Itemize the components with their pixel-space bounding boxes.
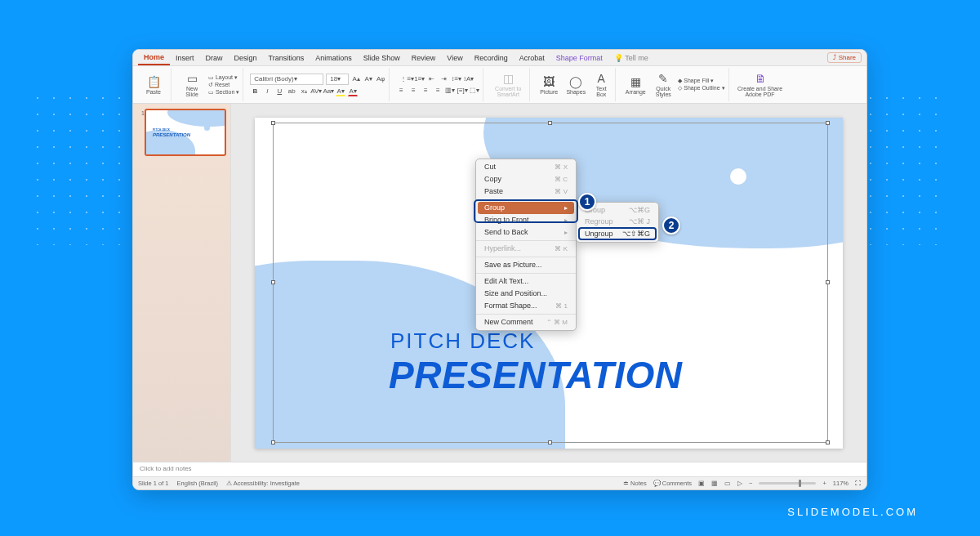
status-accessibility[interactable]: ⚠ Accessibility: Investigate bbox=[226, 480, 300, 487]
thumb-title2: PRESENTATION bbox=[153, 132, 190, 137]
paste-button[interactable]: 📋Paste bbox=[140, 69, 167, 101]
clear-format-icon[interactable]: Aφ bbox=[376, 74, 385, 84]
menu-edit-alt-text[interactable]: Edit Alt Text... bbox=[476, 275, 576, 288]
subscript-button[interactable]: x₂ bbox=[299, 87, 309, 96]
zoom-slider[interactable] bbox=[759, 482, 816, 485]
tab-recording[interactable]: Recording bbox=[469, 51, 514, 65]
tab-shape-format[interactable]: Shape Format bbox=[550, 51, 608, 65]
arrange-icon: ▦ bbox=[630, 75, 641, 88]
menu-cut[interactable]: Cut⌘ X bbox=[476, 161, 576, 173]
adobe-pdf-button[interactable]: 🗎Create and Share Adobe PDF bbox=[736, 69, 785, 101]
zoom-percent[interactable]: 117% bbox=[833, 480, 849, 487]
reset-button[interactable]: ↺ Reset bbox=[208, 82, 239, 88]
view-normal-icon[interactable]: ▣ bbox=[698, 480, 705, 487]
menu-send-to-back[interactable]: Send to Back▸ bbox=[476, 226, 576, 239]
menu-bring-to-front[interactable]: Bring to Front▸ bbox=[476, 214, 576, 226]
textbox-button[interactable]: AText Box bbox=[590, 69, 612, 101]
change-case-button[interactable]: Aa▾ bbox=[323, 87, 333, 96]
font-selector[interactable]: Calibri (Body) ▾ bbox=[250, 74, 323, 85]
increase-font-icon[interactable]: A▴ bbox=[351, 74, 361, 84]
slide-thumbnail-1[interactable]: PITCH DECK PRESENTATION bbox=[145, 109, 226, 156]
section-button[interactable]: ▭ Section ▾ bbox=[208, 89, 239, 96]
align-text-button[interactable]: [≡]▾ bbox=[457, 86, 467, 96]
chevron-right-icon: ▸ bbox=[564, 204, 568, 212]
tell-me-label: Tell me bbox=[625, 54, 648, 62]
slide-title: PRESENTATION bbox=[389, 353, 683, 397]
tell-me[interactable]: 💡 Tell me bbox=[608, 51, 654, 65]
shapes-button[interactable]: ◯Shapes bbox=[564, 69, 588, 101]
tab-slideshow[interactable]: Slide Show bbox=[358, 51, 406, 65]
underline-button[interactable]: U bbox=[274, 87, 284, 96]
menu-paste[interactable]: Paste⌘ V bbox=[476, 185, 576, 198]
numbering-button[interactable]: 1≡▾ bbox=[415, 74, 425, 84]
align-center-button[interactable]: ≡ bbox=[408, 86, 418, 96]
italic-button[interactable]: I bbox=[262, 87, 272, 96]
tab-review[interactable]: Review bbox=[406, 51, 442, 65]
new-slide-icon: ▭ bbox=[187, 72, 198, 85]
indent-right-button[interactable]: ⇥ bbox=[439, 74, 449, 84]
fit-window-icon[interactable]: ⛶ bbox=[855, 480, 862, 487]
font-size-selector[interactable]: 18 ▾ bbox=[326, 74, 349, 85]
paste-label: Paste bbox=[146, 89, 161, 95]
shapes-icon: ◯ bbox=[569, 75, 582, 88]
slide-canvas[interactable]: PITCH DECK PRESENTATION Cut⌘ X Copy⌘ C P… bbox=[255, 118, 843, 449]
shape-fill-button[interactable]: ◆ Shape Fill ▾ bbox=[678, 78, 724, 84]
zoom-in-icon[interactable]: + bbox=[822, 480, 826, 487]
menu-copy[interactable]: Copy⌘ C bbox=[476, 173, 576, 185]
text-effects-button[interactable]: AV▾ bbox=[311, 87, 321, 96]
brand-watermark: SLIDEMODEL.COM bbox=[787, 506, 918, 518]
textbox-icon: A bbox=[598, 72, 605, 85]
smartart-convert-button[interactable]: ⬚▾ bbox=[470, 86, 479, 96]
highlight-button[interactable]: A▾ bbox=[336, 87, 345, 96]
line-spacing-button[interactable]: ↕≡▾ bbox=[452, 74, 461, 84]
submenu-regroup: Regroup⌥⌘ J bbox=[578, 216, 657, 227]
menu-group[interactable]: Group▸ bbox=[478, 202, 574, 214]
tab-animations[interactable]: Animations bbox=[310, 51, 358, 65]
notes-toggle[interactable]: ≐ Notes bbox=[623, 480, 647, 487]
menu-save-picture[interactable]: Save as Picture... bbox=[476, 259, 576, 271]
submenu-ungroup[interactable]: Ungroup⌥⇧⌘G bbox=[578, 227, 657, 240]
menu-size-position[interactable]: Size and Position... bbox=[476, 288, 576, 300]
menu-new-comment[interactable]: New Comment⌃ ⌘ M bbox=[476, 316, 576, 328]
adobe-pdf-icon: 🗎 bbox=[755, 72, 766, 85]
strike-button[interactable]: ab bbox=[287, 87, 296, 96]
share-button[interactable]: ⤴ Share bbox=[827, 52, 862, 63]
comments-toggle[interactable]: 💬 Comments bbox=[653, 480, 692, 487]
font-color-button[interactable]: A▾ bbox=[348, 87, 358, 96]
columns-button[interactable]: ▥▾ bbox=[445, 86, 455, 96]
tab-home[interactable]: Home bbox=[138, 51, 170, 65]
tab-view[interactable]: View bbox=[441, 51, 468, 65]
tab-transitions[interactable]: Transitions bbox=[263, 51, 310, 65]
layout-button[interactable]: ▭ Layout ▾ bbox=[208, 74, 239, 81]
new-slide-label: New Slide bbox=[185, 86, 198, 97]
bold-button[interactable]: B bbox=[250, 87, 260, 96]
decrease-font-icon[interactable]: A▾ bbox=[363, 74, 373, 84]
view-slideshow-icon[interactable]: ▷ bbox=[737, 480, 742, 487]
align-right-button[interactable]: ≡ bbox=[421, 86, 430, 96]
shape-hole bbox=[730, 168, 746, 185]
view-reading-icon[interactable]: ▭ bbox=[724, 480, 731, 487]
bullets-button[interactable]: ⋮≡▾ bbox=[403, 74, 412, 84]
zoom-out-icon[interactable]: − bbox=[749, 480, 752, 487]
menu-format-shape[interactable]: Format Shape...⌘ 1 bbox=[476, 300, 576, 312]
indent-left-button[interactable]: ⇤ bbox=[427, 74, 437, 84]
shape-circle bbox=[702, 203, 737, 238]
text-direction-button[interactable]: ↕A▾ bbox=[464, 74, 474, 84]
shape-outline-button[interactable]: ◇ Shape Outline ▾ bbox=[678, 85, 724, 92]
tab-acrobat[interactable]: Acrobat bbox=[514, 51, 550, 65]
chevron-right-icon: ▸ bbox=[564, 229, 568, 236]
picture-button[interactable]: 🖼Picture bbox=[537, 69, 561, 101]
slide-canvas-pane: PITCH DECK PRESENTATION Cut⌘ X Copy⌘ C P… bbox=[231, 104, 866, 462]
align-left-button[interactable]: ≡ bbox=[396, 86, 406, 96]
arrange-button[interactable]: ▦Arrange bbox=[622, 69, 648, 101]
tab-draw[interactable]: Draw bbox=[200, 51, 229, 65]
new-slide-button[interactable]: ▭New Slide bbox=[178, 69, 206, 101]
tab-insert[interactable]: Insert bbox=[170, 51, 200, 65]
tab-bar: Home Insert Draw Design Transitions Anim… bbox=[133, 50, 866, 66]
tab-design[interactable]: Design bbox=[229, 51, 263, 65]
quick-styles-button[interactable]: ✎Quick Styles bbox=[651, 69, 675, 101]
view-sorter-icon[interactable]: ▦ bbox=[711, 480, 718, 487]
status-language[interactable]: English (Brazil) bbox=[177, 480, 218, 487]
notes-pane[interactable]: Click to add notes bbox=[133, 462, 866, 476]
justify-button[interactable]: ≡ bbox=[433, 86, 443, 96]
